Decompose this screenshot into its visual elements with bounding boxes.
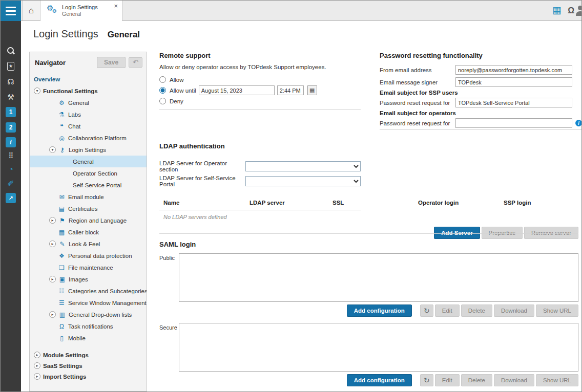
delete-button[interactable]: Delete (461, 304, 492, 317)
nav-item-collaboration-platform[interactable]: ◎Collaboration Platform (30, 132, 147, 144)
operator-subject-input[interactable] (455, 118, 572, 128)
nav-item-functional-settings[interactable]: Functional Settings (30, 85, 147, 97)
notifications-bell-icon[interactable]: Ω (568, 6, 574, 16)
email-signer-label: Email message signer (380, 79, 455, 85)
expand-icon[interactable] (49, 217, 56, 224)
collapse-icon[interactable] (34, 88, 40, 94)
flag-icon: ⚑ (58, 217, 66, 224)
nav-item-service-window-management[interactable]: ☰Service Window Management (30, 297, 147, 309)
nav-item-file-maintenance[interactable]: ❏File maintenance (30, 262, 147, 273)
close-tab-icon[interactable]: × (114, 2, 118, 10)
nav-item-certificates[interactable]: ▤Certificates (30, 203, 147, 214)
properties-button[interactable]: Properties (482, 227, 523, 239)
refresh-icon: ↻ (424, 376, 430, 384)
nav-item-label: Labs (68, 112, 81, 118)
nav-item-general[interactable]: ⚙General (30, 97, 147, 108)
expand-icon[interactable] (49, 311, 56, 318)
edit-button[interactable]: Edit (435, 304, 460, 317)
nav-item-import-settings[interactable]: Import Settings (30, 371, 147, 382)
email-signer-input[interactable] (455, 77, 572, 87)
show-url-button[interactable]: Show URL (536, 374, 578, 386)
allow-until-radio[interactable] (159, 87, 166, 94)
remote-support-heading: Remote support (159, 52, 362, 59)
ldap-operator-select[interactable] (245, 161, 361, 171)
nav-item-general[interactable]: General (30, 156, 147, 167)
operator-support-icon[interactable]: ☊ (1, 74, 21, 89)
saml-public-list[interactable] (179, 253, 578, 302)
nav-item-operator-section[interactable]: Operator Section (30, 167, 147, 179)
dashboard-pie-icon[interactable]: ◔ (1, 162, 21, 177)
search-icon[interactable] (1, 43, 21, 58)
expand-icon[interactable] (34, 352, 40, 358)
nav-item-self-service-portal[interactable]: Self-Service Portal (30, 179, 147, 191)
expand-icon[interactable] (34, 362, 40, 369)
add-configuration-button[interactable]: Add configuration (347, 374, 412, 386)
download-button[interactable]: Download (494, 304, 534, 317)
allow-radio[interactable] (159, 76, 166, 83)
ldap-section: LDAP authentication LDAP Server for Oper… (159, 142, 578, 239)
home-tab[interactable]: ⌂ (22, 1, 40, 20)
people-icon[interactable]: ⠿ (1, 148, 21, 163)
ldap-empty-text: No LDAP servers defined (163, 214, 578, 220)
nav-item-email-module[interactable]: ✉Email module (30, 191, 147, 203)
menu-button[interactable] (1, 1, 21, 21)
nav-item-caller-block[interactable]: ▦Caller block (30, 226, 147, 238)
nav-item-categories-and-subcategories[interactable]: ☷Categories and Subcategories (30, 285, 147, 297)
nav-item-look-feel[interactable]: ✎Look & Feel (30, 238, 147, 250)
nav-item-general-drop-down-lists[interactable]: ▥General Drop-down lists (30, 309, 147, 320)
add-server-button[interactable]: Add Server (434, 227, 480, 239)
nav-item-saas-settings[interactable]: SaaS Settings (30, 360, 147, 371)
remove-server-button[interactable]: Remove server (524, 227, 578, 239)
refresh-button[interactable]: ↻ (420, 374, 433, 386)
module-sidebar: ★ ☊ ⚒ 1 2 i ⠿ ◔ ✐ ↗ (1, 21, 21, 392)
allow-until-time-input[interactable] (277, 85, 304, 95)
bell-icon: Ω (58, 323, 66, 330)
nav-item-label: Images (69, 276, 88, 282)
expand-icon[interactable] (49, 241, 56, 247)
nav-item-mobile[interactable]: ▯Mobile (30, 332, 147, 344)
refresh-button[interactable]: ↻ (420, 304, 433, 317)
nav-item-images[interactable]: ▣Images (30, 273, 147, 285)
undo-button[interactable]: ↶ (129, 57, 142, 68)
ldap-ssp-select[interactable] (245, 176, 361, 186)
from-email-label: From email address (380, 67, 455, 73)
ssp-subject-input[interactable] (455, 98, 572, 107)
saml-secure-list[interactable] (179, 323, 578, 372)
nav-item-region-and-language[interactable]: ⚑Region and Language (30, 214, 147, 226)
info-icon[interactable]: i (575, 120, 582, 126)
saml-secure-buttons: Add configuration ↻ Edit Delete Download… (159, 374, 578, 386)
allow-until-date-input[interactable] (199, 85, 275, 95)
expand-icon[interactable] (34, 373, 40, 380)
remote-support-section: Remote support Allow or deny operator ac… (159, 52, 362, 106)
date-picker-button[interactable]: ▦ (307, 85, 317, 95)
show-url-button[interactable]: Show URL (536, 304, 578, 317)
user-profile-icon[interactable] (575, 5, 582, 16)
design-tool-icon[interactable]: ✐ (1, 177, 21, 191)
tools-icon[interactable]: ⚒ (1, 90, 21, 104)
saml-secure-block: Secure (159, 323, 578, 372)
edit-button[interactable]: Edit (435, 374, 460, 386)
nav-item-task-notifications[interactable]: ΩTask notifications (30, 320, 147, 332)
planner-icon[interactable]: ▦ (552, 5, 562, 15)
from-email-input[interactable] (455, 65, 572, 75)
second-line-module-icon[interactable]: 2 (1, 120, 21, 135)
download-button[interactable]: Download (494, 374, 534, 386)
mobile-icon: ▯ (58, 335, 66, 341)
tab-login-settings[interactable]: ⚙⚙ Login Settings General × (40, 1, 122, 21)
nav-item-overview[interactable]: Overview (30, 73, 147, 85)
delete-button[interactable]: Delete (461, 374, 492, 386)
nav-item-labs[interactable]: ⚗Labs (30, 108, 147, 120)
nav-item-module-settings[interactable]: Module Settings (30, 350, 147, 360)
expand-icon[interactable] (49, 276, 56, 282)
deny-radio[interactable] (159, 98, 166, 104)
add-configuration-button[interactable]: Add configuration (347, 304, 412, 317)
save-button[interactable]: Save (97, 57, 126, 68)
first-line-module-icon[interactable]: 1 (1, 105, 21, 119)
nav-item-personal-data-protection[interactable]: ❖Personal data protection (30, 250, 147, 262)
external-link-icon[interactable]: ↗ (1, 191, 21, 205)
collapse-icon[interactable] (49, 146, 56, 153)
nav-item-login-settings[interactable]: ⚷Login Settings (30, 144, 147, 156)
info-module-icon[interactable]: i (1, 135, 21, 149)
bookmarks-icon[interactable]: ★ (1, 59, 21, 73)
nav-item-chat[interactable]: ❝Chat (30, 120, 147, 132)
